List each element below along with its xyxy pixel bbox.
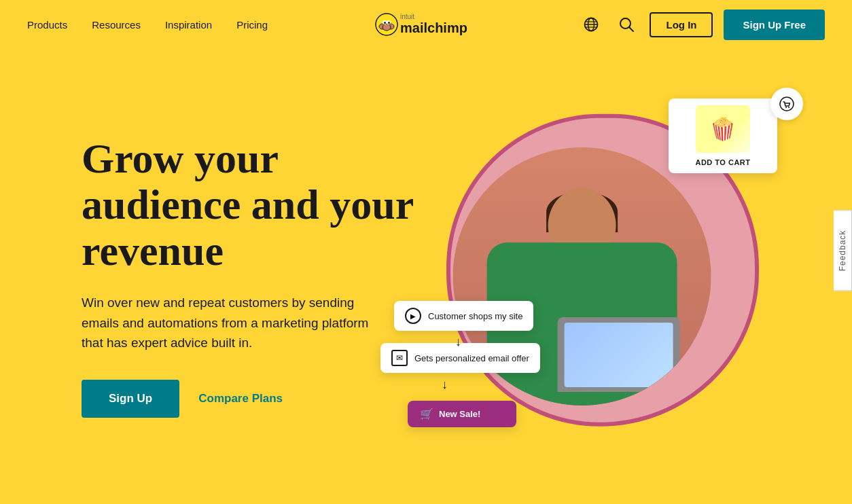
svg-point-17	[780, 97, 794, 111]
arrow-down-1: ↓	[455, 335, 461, 349]
nav-pricing[interactable]: Pricing	[236, 19, 268, 31]
flow-step-3: 🛒 New Sale!	[408, 401, 516, 427]
nav-links: Products Resources Inspiration Pricing	[27, 19, 579, 31]
globe-icon[interactable]	[579, 12, 603, 37]
svg-point-3	[383, 24, 391, 31]
cart-white-icon: 🛒	[420, 408, 433, 420]
svg-point-18	[785, 107, 787, 108]
product-image: 🍿	[696, 105, 750, 153]
nav-inspiration[interactable]: Inspiration	[165, 19, 212, 31]
mail-icon: ✉	[391, 350, 408, 366]
flow-step-1: ▶ Customer shops my site	[394, 301, 533, 331]
svg-point-6	[384, 22, 386, 24]
svg-point-7	[388, 22, 390, 24]
signup-free-button[interactable]: Sign Up Free	[724, 10, 825, 40]
flow-step-1-text: Customer shops my site	[428, 311, 522, 321]
navbar: Products Resources Inspiration Pricing i…	[0, 0, 852, 49]
add-to-cart-label[interactable]: ADD TO CART	[695, 158, 750, 166]
feedback-tab[interactable]: Feedback	[834, 211, 852, 294]
svg-point-19	[788, 107, 789, 108]
nav-actions: Log In Sign Up Free	[579, 10, 825, 40]
product-card: 🍿 ADD TO CART	[669, 98, 777, 173]
signup-button[interactable]: Sign Up	[82, 380, 179, 418]
flow-step-2-text: Gets personalized email offer	[414, 353, 529, 363]
search-icon[interactable]	[614, 12, 639, 37]
login-button[interactable]: Log In	[650, 12, 713, 37]
hero-text: Grow your audience and your revenue Win …	[82, 135, 435, 418]
nav-products[interactable]: Products	[27, 19, 67, 31]
svg-text:intuit: intuit	[400, 13, 414, 20]
cart-icon-circle[interactable]	[770, 88, 803, 120]
svg-text:mailchimp: mailchimp	[400, 20, 467, 35]
svg-line-16	[629, 27, 633, 31]
play-icon: ▶	[405, 308, 421, 324]
hero-subtitle: Win over new and repeat customers by sen…	[82, 293, 380, 353]
nav-resources[interactable]: Resources	[92, 19, 141, 31]
hero-image: 🍿 ADD TO CART ▶ Customer shops my site ↓…	[435, 79, 770, 473]
compare-plans-button[interactable]: Compare Plans	[198, 392, 283, 406]
nav-logo[interactable]: intuit mailchimp	[372, 10, 480, 39]
feedback-button[interactable]: Feedback	[834, 211, 852, 291]
hero-title: Grow your audience and your revenue	[82, 135, 435, 274]
hero-buttons: Sign Up Compare Plans	[82, 380, 435, 418]
arrow-down-2: ↓	[442, 378, 448, 392]
mailchimp-logo: intuit mailchimp	[372, 10, 480, 39]
flow-step-3-text: New Sale!	[439, 409, 480, 419]
hero-section: Grow your audience and your revenue Win …	[0, 49, 852, 504]
